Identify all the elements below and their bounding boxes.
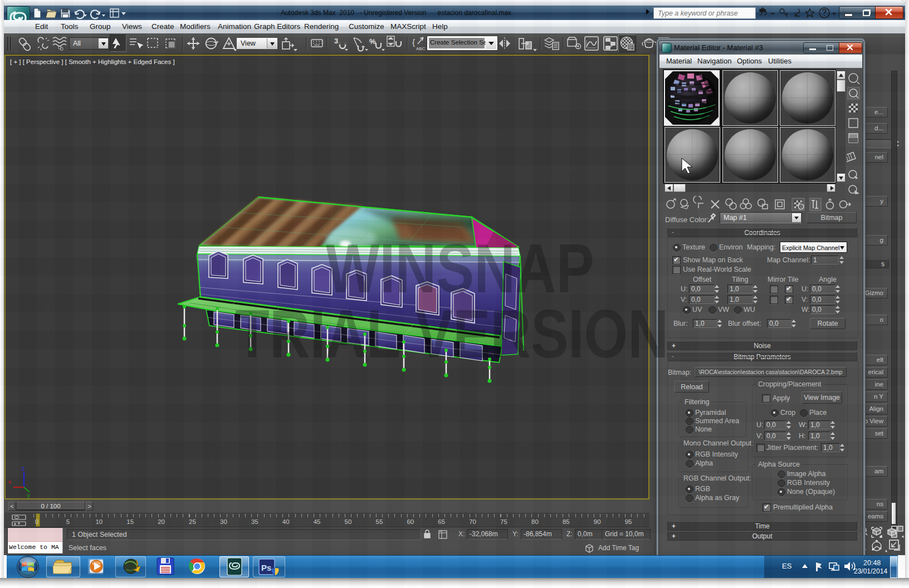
svg-text:z: z	[21, 465, 25, 472]
svg-text:ABC: ABC	[416, 46, 426, 51]
svg-text:%: %	[369, 37, 376, 46]
svg-text:x: x	[8, 479, 12, 486]
svg-text:Ps: Ps	[261, 563, 271, 572]
svg-text:y: y	[27, 492, 31, 498]
svg-text:{: {	[412, 37, 415, 47]
svg-text:3: 3	[334, 37, 338, 45]
